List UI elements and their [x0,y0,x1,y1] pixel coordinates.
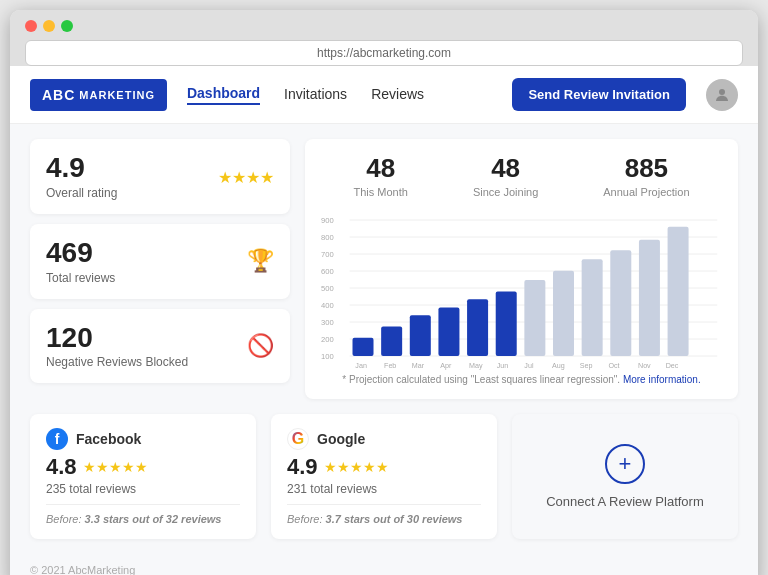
blocked-number: 120 [46,323,188,354]
svg-text:Mar: Mar [412,361,425,370]
chart-since-joining: 48 Since Joining [473,153,538,198]
nav-links: Dashboard Invitations Reviews [187,85,492,105]
google-name: Google [317,431,365,447]
blocked-icon: 🚫 [247,333,274,359]
google-rating-row: 4.9 ★★★★★ [287,454,481,480]
svg-text:900: 900 [321,216,334,225]
google-rating: 4.9 [287,454,318,480]
this-month-value: 48 [353,153,407,184]
nav-invitations[interactable]: Invitations [284,86,347,104]
google-count: 231 total reviews [287,482,481,496]
annual-projection-value: 885 [603,153,689,184]
svg-rect-27 [582,259,603,356]
bar-chart-svg: 900 800 700 600 500 400 300 200 100 [321,210,722,370]
logo: ABC MARKETING [30,79,167,111]
svg-text:Jun: Jun [497,361,509,370]
svg-rect-30 [668,227,689,356]
dot-close[interactable] [25,20,37,32]
svg-text:Jul: Jul [524,361,534,370]
svg-text:Aug: Aug [552,361,565,370]
main-area: 4.9 Overall rating ★★★★ 469 Total review… [10,124,758,554]
chart-annual-projection: 885 Annual Projection [603,153,689,198]
send-review-button[interactable]: Send Review Invitation [512,78,686,111]
google-before: Before: 3.7 stars out of 30 reviews [287,504,481,525]
svg-rect-19 [353,338,374,356]
svg-text:Dec: Dec [666,361,679,370]
footer: © 2021 AbcMarketing [10,554,758,575]
svg-text:Feb: Feb [384,361,396,370]
facebook-card: f Facebook 4.8 ★★★★★ 235 total reviews B… [30,414,256,539]
svg-rect-28 [610,250,631,356]
logo-marketing: MARKETING [79,89,155,101]
rating-number: 4.9 [46,153,117,184]
navbar: ABC MARKETING Dashboard Invitations Revi… [10,66,758,124]
nav-reviews[interactable]: Reviews [371,86,424,104]
google-header: G Google [287,428,481,450]
svg-text:400: 400 [321,301,334,310]
blocked-card: 120 Negative Reviews Blocked 🚫 [30,309,290,384]
svg-rect-22 [438,308,459,357]
browser-chrome: https://abcmarketing.com [10,10,758,66]
svg-text:500: 500 [321,284,334,293]
dot-minimize[interactable] [43,20,55,32]
svg-text:Oct: Oct [608,361,619,370]
total-reviews-label: Total reviews [46,271,115,285]
facebook-stars: ★★★★★ [83,459,148,475]
since-joining-value: 48 [473,153,538,184]
bottom-row: f Facebook 4.8 ★★★★★ 235 total reviews B… [30,414,738,539]
svg-rect-29 [639,240,660,356]
svg-rect-20 [381,327,402,356]
annual-projection-label: Annual Projection [603,186,689,198]
google-card: G Google 4.9 ★★★★★ 231 total reviews Bef… [271,414,497,539]
facebook-header: f Facebook [46,428,240,450]
svg-text:300: 300 [321,318,334,327]
blocked-label: Negative Reviews Blocked [46,355,188,369]
since-joining-label: Since Joining [473,186,538,198]
stats-row: 4.9 Overall rating ★★★★ 469 Total review… [30,139,738,399]
rating-card: 4.9 Overall rating ★★★★ [30,139,290,214]
chart-container: 900 800 700 600 500 400 300 200 100 [321,210,722,370]
nav-dashboard[interactable]: Dashboard [187,85,260,105]
chart-header: 48 This Month 48 Since Joining 885 Annua… [321,153,722,198]
svg-point-0 [719,89,725,95]
svg-text:200: 200 [321,335,334,344]
svg-rect-25 [524,280,545,356]
google-icon: G [287,428,309,450]
svg-rect-21 [410,315,431,356]
rating-label: Overall rating [46,186,117,200]
dot-maximize[interactable] [61,20,73,32]
svg-text:100: 100 [321,352,334,361]
google-before-label: Before: [287,513,322,525]
connect-label: Connect A Review Platform [546,494,704,509]
facebook-rating-row: 4.8 ★★★★★ [46,454,240,480]
svg-text:Sep: Sep [580,361,593,370]
browser-dots [25,20,743,32]
svg-text:Jan: Jan [355,361,367,370]
facebook-before-text: 3.3 stars out of 32 reviews [85,513,222,525]
svg-text:800: 800 [321,233,334,242]
facebook-before: Before: 3.3 stars out of 32 reviews [46,504,240,525]
plus-icon: + [605,444,645,484]
svg-text:600: 600 [321,267,334,276]
avatar[interactable] [706,79,738,111]
facebook-icon: f [46,428,68,450]
connect-card[interactable]: + Connect A Review Platform [512,414,738,539]
this-month-label: This Month [353,186,407,198]
total-reviews-number: 469 [46,238,115,269]
footer-text: © 2021 AbcMarketing [30,564,135,575]
svg-text:Nov: Nov [638,361,651,370]
facebook-name: Facebook [76,431,141,447]
google-before-text: 3.7 stars out of 30 reviews [326,513,463,525]
address-bar[interactable]: https://abcmarketing.com [25,40,743,66]
chart-more-info-link[interactable]: More information. [623,374,701,385]
chart-note: * Projection calculated using "Least squ… [321,374,722,385]
browser-window: https://abcmarketing.com ABC MARKETING D… [10,10,758,575]
facebook-rating: 4.8 [46,454,77,480]
chart-card: 48 This Month 48 Since Joining 885 Annua… [305,139,738,399]
facebook-count: 235 total reviews [46,482,240,496]
svg-text:May: May [469,361,483,370]
rating-stars: ★★★★ [218,168,274,187]
svg-rect-24 [496,292,517,357]
trophy-icon: 🏆 [247,248,274,274]
left-stats: 4.9 Overall rating ★★★★ 469 Total review… [30,139,290,399]
